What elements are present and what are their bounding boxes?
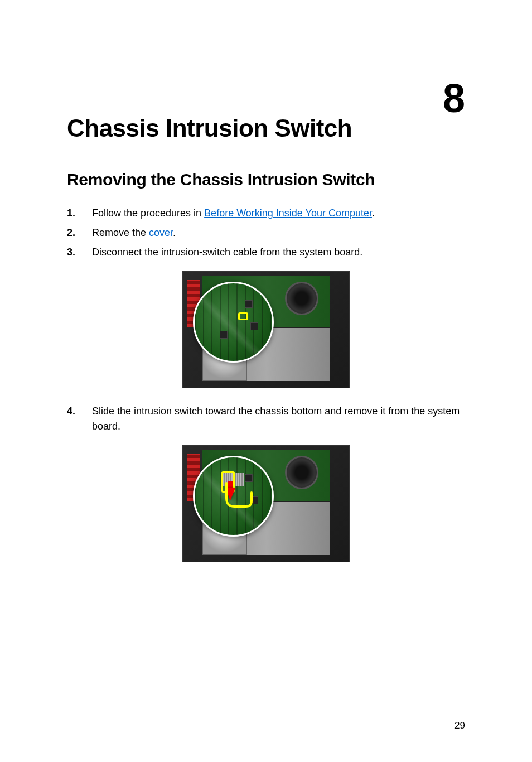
step-1: 1. Follow the procedures in Before Worki… [67, 206, 465, 221]
page-number: 29 [454, 720, 465, 731]
figure-1 [67, 271, 465, 388]
steps-list: 1. Follow the procedures in Before Worki… [67, 206, 465, 260]
step-text-after: . [173, 227, 176, 238]
callout-detail-icon [195, 283, 272, 361]
step-number: 2. [67, 225, 92, 240]
step-text: Disconnect the intrusion-switch cable fr… [92, 245, 465, 260]
step-text: Slide the intrusion switch toward the ch… [92, 404, 465, 434]
chapter-number: 8 [443, 78, 465, 118]
step-text-after: . [372, 208, 375, 219]
chip-icon [250, 322, 258, 330]
page-container: 8 Chassis Intrusion Switch Removing the … [0, 0, 532, 762]
highlight-connector-icon [238, 312, 248, 320]
figure-1-image [182, 271, 350, 388]
step-text-before: Follow the procedures in [92, 208, 204, 219]
step-number: 4. [67, 404, 92, 419]
callout-circle-icon [193, 456, 274, 537]
chip-icon [220, 331, 228, 339]
callout-circle-icon [193, 282, 274, 363]
chip-icon [245, 300, 253, 308]
step-text: Remove the cover. [92, 225, 465, 240]
step-4: 4. Slide the intrusion switch toward the… [67, 404, 465, 434]
cpu-fan-icon [285, 456, 318, 489]
chapter-title: Chassis Intrusion Switch [67, 114, 465, 142]
step-number: 3. [67, 245, 92, 260]
step-3: 3. Disconnect the intrusion-switch cable… [67, 245, 465, 260]
figure-2 [67, 445, 465, 562]
cable-route-icon [218, 479, 257, 518]
figure-2-image [182, 445, 350, 562]
step-number: 1. [67, 206, 92, 221]
step-text-content: Disconnect the intrusion-switch cable fr… [92, 247, 362, 258]
step-text-content: Slide the intrusion switch toward the ch… [92, 406, 460, 432]
step-2: 2. Remove the cover. [67, 225, 465, 240]
step-text: Follow the procedures in Before Working … [92, 206, 465, 221]
cpu-fan-icon [285, 282, 318, 315]
link-before-working[interactable]: Before Working Inside Your Computer [204, 208, 372, 219]
steps-list-continued: 4. Slide the intrusion switch toward the… [67, 404, 465, 434]
section-title: Removing the Chassis Intrusion Switch [67, 170, 465, 189]
link-cover[interactable]: cover [149, 227, 173, 238]
step-text-before: Remove the [92, 227, 149, 238]
